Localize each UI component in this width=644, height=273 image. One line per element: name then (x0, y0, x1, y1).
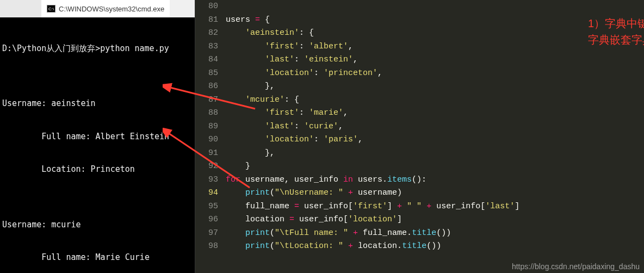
line-number: 84 (195, 53, 218, 67)
terminal-tab[interactable]: C:\ C:\WINDOWS\system32\cmd.exe (41, 0, 170, 17)
line-number: 89 (195, 120, 218, 134)
code-line (226, 0, 644, 14)
tab-title: C:\WINDOWS\system32\cmd.exe (59, 5, 164, 13)
code-line: users = { (226, 14, 644, 27)
line-number: 93 (195, 173, 218, 187)
line-number: 92 (195, 160, 218, 173)
line-number: 87 (195, 94, 218, 107)
code-line: 'first': 'marie', (226, 107, 644, 120)
code-editor[interactable]: users = { 'aeinstein': { 'first': 'alber… (224, 0, 644, 273)
line-number: 82 (195, 27, 218, 40)
terminal-pane: C:\ C:\WINDOWS\system32\cmd.exe D:\Pytho… (0, 0, 195, 273)
code-line: 'last': 'curie', (226, 120, 644, 134)
terminal-line: Full name: Albert Einstein (2, 131, 193, 142)
line-number: 97 (195, 227, 218, 240)
terminal-line: Username: aeinstein (2, 98, 193, 109)
code-line: for username, user_info in users.items()… (226, 173, 644, 187)
code-line: }, (226, 80, 644, 94)
code-line: 'location': 'paris', (226, 133, 644, 147)
terminal-line: Full name: Marie Curie (2, 252, 193, 263)
terminal-output[interactable]: D:\Python从入门到放弃>python name.py Username:… (0, 17, 195, 273)
editor-pane: 80 81 82 83 84 85 86 87 88 89 90 91 92 9… (195, 0, 644, 273)
code-line: 'mcurie': { (226, 94, 644, 107)
line-number: 80 (195, 0, 218, 14)
cmd-icon: C:\ (47, 5, 55, 13)
watermark: https://blog.csdn.net/paidaxing_dashu (512, 262, 640, 271)
code-line: } (226, 160, 644, 173)
code-line: 'location': 'princeton', (226, 67, 644, 80)
line-number: 94 (195, 187, 218, 200)
line-number: 83 (195, 40, 218, 54)
terminal-line: Location: Princeton (2, 164, 193, 175)
line-number: 95 (195, 200, 218, 214)
line-number: 90 (195, 133, 218, 147)
code-line: print("\nUsername: " + username) (226, 187, 644, 200)
code-line: print("\tLocation: " + location.title()) (226, 240, 644, 253)
line-number: 88 (195, 107, 218, 120)
annotation-text: 1）字典中键对应的值也是字典就是 字典嵌套字典 (588, 15, 644, 48)
terminal-line: D:\Python从入门到放弃>python name.py (2, 43, 193, 54)
code-line: print("\tFull name: " + full_name.title(… (226, 227, 644, 240)
line-number: 91 (195, 147, 218, 160)
line-number: 98 (195, 240, 218, 253)
line-number: 86 (195, 80, 218, 94)
code-line: full_name = user_info['first'] + " " + u… (226, 200, 644, 214)
tab-bar: C:\ C:\WINDOWS\system32\cmd.exe (0, 0, 195, 17)
line-number: 81 (195, 14, 218, 27)
code-line: 'first': 'albert', (226, 40, 644, 54)
code-line: 'last': 'einstein', (226, 53, 644, 67)
code-line: location = user_info['location'] (226, 213, 644, 227)
line-number-gutter: 80 81 82 83 84 85 86 87 88 89 90 91 92 9… (195, 0, 224, 273)
line-number: 85 (195, 67, 218, 80)
code-line: 'aeinstein': { (226, 27, 644, 40)
line-number: 96 (195, 213, 218, 227)
tab-spacer (0, 0, 41, 17)
terminal-line: Username: mcurie (2, 219, 193, 230)
code-line: }, (226, 147, 644, 160)
